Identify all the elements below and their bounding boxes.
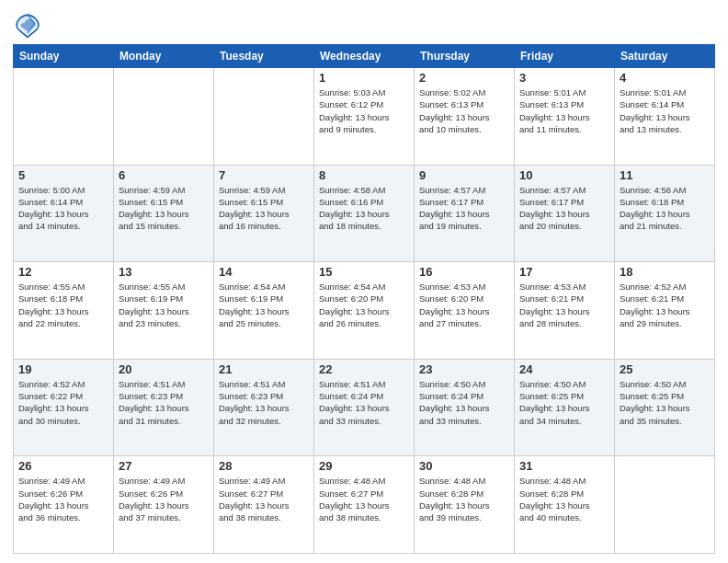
calendar-cell: 29Sunrise: 4:48 AM Sunset: 6:27 PM Dayli… xyxy=(314,456,415,554)
day-info: Sunrise: 4:48 AM Sunset: 6:28 PM Dayligh… xyxy=(519,475,609,523)
day-info: Sunrise: 4:50 AM Sunset: 6:25 PM Dayligh… xyxy=(620,378,710,427)
day-number: 24 xyxy=(519,362,609,376)
day-number: 12 xyxy=(18,265,108,279)
day-info: Sunrise: 5:00 AM Sunset: 6:14 PM Dayligh… xyxy=(18,184,108,233)
day-info: Sunrise: 4:58 AM Sunset: 6:16 PM Dayligh… xyxy=(319,184,409,233)
day-info: Sunrise: 5:03 AM Sunset: 6:12 PM Dayligh… xyxy=(319,86,409,135)
day-info: Sunrise: 4:53 AM Sunset: 6:21 PM Dayligh… xyxy=(519,281,609,329)
calendar-cell: 3Sunrise: 5:01 AM Sunset: 6:13 PM Daylig… xyxy=(515,68,615,166)
day-info: Sunrise: 5:01 AM Sunset: 6:14 PM Dayligh… xyxy=(620,86,710,135)
day-number: 27 xyxy=(119,459,209,473)
day-info: Sunrise: 4:56 AM Sunset: 6:18 PM Dayligh… xyxy=(620,184,710,233)
calendar-cell: 25Sunrise: 4:50 AM Sunset: 6:25 PM Dayli… xyxy=(615,359,715,456)
calendar-cell xyxy=(214,68,314,166)
header xyxy=(13,9,715,39)
day-number: 14 xyxy=(219,265,309,279)
calendar-week-4: 19Sunrise: 4:52 AM Sunset: 6:22 PM Dayli… xyxy=(14,359,715,456)
weekday-header-sunday: Sunday xyxy=(14,45,114,68)
day-info: Sunrise: 4:57 AM Sunset: 6:17 PM Dayligh… xyxy=(519,184,609,233)
day-info: Sunrise: 4:50 AM Sunset: 6:24 PM Dayligh… xyxy=(419,378,509,427)
calendar-cell: 15Sunrise: 4:54 AM Sunset: 6:20 PM Dayli… xyxy=(314,262,415,360)
day-number: 21 xyxy=(219,362,309,376)
day-number: 31 xyxy=(519,459,609,473)
day-number: 5 xyxy=(18,168,108,182)
day-info: Sunrise: 4:51 AM Sunset: 6:23 PM Dayligh… xyxy=(119,378,209,427)
calendar-cell: 30Sunrise: 4:48 AM Sunset: 6:28 PM Dayli… xyxy=(415,456,515,554)
day-number: 9 xyxy=(419,168,509,182)
day-info: Sunrise: 4:54 AM Sunset: 6:20 PM Dayligh… xyxy=(319,281,409,329)
day-number: 26 xyxy=(18,459,108,473)
calendar-cell: 24Sunrise: 4:50 AM Sunset: 6:25 PM Dayli… xyxy=(515,359,615,456)
day-info: Sunrise: 4:57 AM Sunset: 6:17 PM Dayligh… xyxy=(419,184,509,233)
day-number: 23 xyxy=(419,362,509,376)
day-info: Sunrise: 4:59 AM Sunset: 6:15 PM Dayligh… xyxy=(119,184,209,233)
day-info: Sunrise: 4:55 AM Sunset: 6:18 PM Dayligh… xyxy=(18,281,108,329)
calendar-cell: 4Sunrise: 5:01 AM Sunset: 6:14 PM Daylig… xyxy=(615,68,715,166)
day-info: Sunrise: 4:49 AM Sunset: 6:26 PM Dayligh… xyxy=(18,475,108,523)
logo-icon xyxy=(13,9,42,39)
calendar-week-5: 26Sunrise: 4:49 AM Sunset: 6:26 PM Dayli… xyxy=(14,456,715,554)
day-number: 11 xyxy=(620,168,710,182)
day-info: Sunrise: 4:50 AM Sunset: 6:25 PM Dayligh… xyxy=(519,378,609,427)
calendar-cell: 9Sunrise: 4:57 AM Sunset: 6:17 PM Daylig… xyxy=(415,165,515,262)
day-info: Sunrise: 4:55 AM Sunset: 6:19 PM Dayligh… xyxy=(119,281,209,329)
day-number: 20 xyxy=(119,362,209,376)
weekday-header-thursday: Thursday xyxy=(415,45,515,68)
weekday-header-saturday: Saturday xyxy=(615,45,715,68)
day-number: 2 xyxy=(419,71,509,85)
day-number: 4 xyxy=(620,71,710,85)
weekday-header-monday: Monday xyxy=(114,45,214,68)
calendar-cell: 8Sunrise: 4:58 AM Sunset: 6:16 PM Daylig… xyxy=(314,165,415,262)
weekday-header-row: SundayMondayTuesdayWednesdayThursdayFrid… xyxy=(14,45,715,68)
day-info: Sunrise: 4:59 AM Sunset: 6:15 PM Dayligh… xyxy=(219,184,309,233)
calendar-cell: 27Sunrise: 4:49 AM Sunset: 6:26 PM Dayli… xyxy=(114,456,214,554)
day-info: Sunrise: 4:49 AM Sunset: 6:27 PM Dayligh… xyxy=(219,475,309,523)
logo xyxy=(13,9,46,39)
calendar-cell: 17Sunrise: 4:53 AM Sunset: 6:21 PM Dayli… xyxy=(515,262,615,360)
day-number: 3 xyxy=(519,71,609,85)
weekday-header-friday: Friday xyxy=(515,45,615,68)
calendar-cell: 1Sunrise: 5:03 AM Sunset: 6:12 PM Daylig… xyxy=(314,68,415,166)
calendar-week-2: 5Sunrise: 5:00 AM Sunset: 6:14 PM Daylig… xyxy=(14,165,715,262)
day-number: 30 xyxy=(419,459,509,473)
day-number: 19 xyxy=(18,362,108,376)
calendar-cell xyxy=(615,456,715,554)
day-number: 29 xyxy=(319,459,409,473)
calendar-cell: 21Sunrise: 4:51 AM Sunset: 6:23 PM Dayli… xyxy=(214,359,314,456)
day-number: 15 xyxy=(319,265,409,279)
day-number: 7 xyxy=(219,168,309,182)
weekday-header-wednesday: Wednesday xyxy=(314,45,415,68)
calendar-cell: 28Sunrise: 4:49 AM Sunset: 6:27 PM Dayli… xyxy=(214,456,314,554)
day-info: Sunrise: 4:48 AM Sunset: 6:28 PM Dayligh… xyxy=(419,475,509,523)
calendar-cell: 12Sunrise: 4:55 AM Sunset: 6:18 PM Dayli… xyxy=(14,262,114,360)
calendar-cell: 13Sunrise: 4:55 AM Sunset: 6:19 PM Dayli… xyxy=(114,262,214,360)
day-info: Sunrise: 4:52 AM Sunset: 6:22 PM Dayligh… xyxy=(18,378,108,427)
day-number: 6 xyxy=(119,168,209,182)
calendar-cell xyxy=(14,68,114,166)
day-info: Sunrise: 5:01 AM Sunset: 6:13 PM Dayligh… xyxy=(519,86,609,135)
calendar-cell: 2Sunrise: 5:02 AM Sunset: 6:13 PM Daylig… xyxy=(415,68,515,166)
calendar-cell: 6Sunrise: 4:59 AM Sunset: 6:15 PM Daylig… xyxy=(114,165,214,262)
day-info: Sunrise: 4:53 AM Sunset: 6:20 PM Dayligh… xyxy=(419,281,509,329)
weekday-header-tuesday: Tuesday xyxy=(214,45,314,68)
day-number: 22 xyxy=(319,362,409,376)
day-number: 16 xyxy=(419,265,509,279)
calendar-cell: 10Sunrise: 4:57 AM Sunset: 6:17 PM Dayli… xyxy=(515,165,615,262)
day-number: 1 xyxy=(319,71,409,85)
day-number: 25 xyxy=(620,362,710,376)
calendar-cell: 26Sunrise: 4:49 AM Sunset: 6:26 PM Dayli… xyxy=(14,456,114,554)
calendar-week-3: 12Sunrise: 4:55 AM Sunset: 6:18 PM Dayli… xyxy=(14,262,715,360)
calendar-cell: 18Sunrise: 4:52 AM Sunset: 6:21 PM Dayli… xyxy=(615,262,715,360)
calendar-cell: 19Sunrise: 4:52 AM Sunset: 6:22 PM Dayli… xyxy=(14,359,114,456)
day-number: 28 xyxy=(219,459,309,473)
calendar-cell: 20Sunrise: 4:51 AM Sunset: 6:23 PM Dayli… xyxy=(114,359,214,456)
day-number: 13 xyxy=(119,265,209,279)
day-info: Sunrise: 4:51 AM Sunset: 6:23 PM Dayligh… xyxy=(219,378,309,427)
calendar-cell: 23Sunrise: 4:50 AM Sunset: 6:24 PM Dayli… xyxy=(415,359,515,456)
day-info: Sunrise: 4:54 AM Sunset: 6:19 PM Dayligh… xyxy=(219,281,309,329)
day-info: Sunrise: 4:48 AM Sunset: 6:27 PM Dayligh… xyxy=(319,475,409,523)
day-number: 10 xyxy=(519,168,609,182)
calendar-cell: 7Sunrise: 4:59 AM Sunset: 6:15 PM Daylig… xyxy=(214,165,314,262)
day-info: Sunrise: 4:51 AM Sunset: 6:24 PM Dayligh… xyxy=(319,378,409,427)
day-number: 8 xyxy=(319,168,409,182)
